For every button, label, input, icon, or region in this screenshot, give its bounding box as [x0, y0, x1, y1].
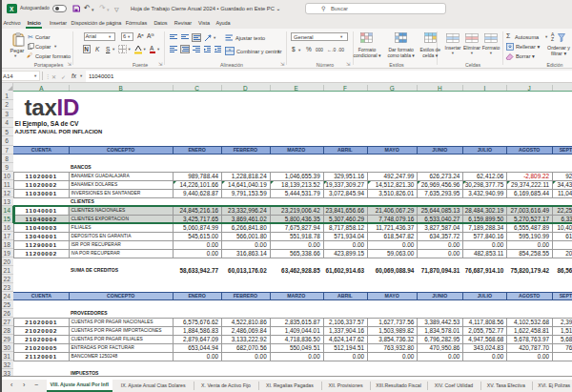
- svg-text:a: a: [229, 48, 231, 52]
